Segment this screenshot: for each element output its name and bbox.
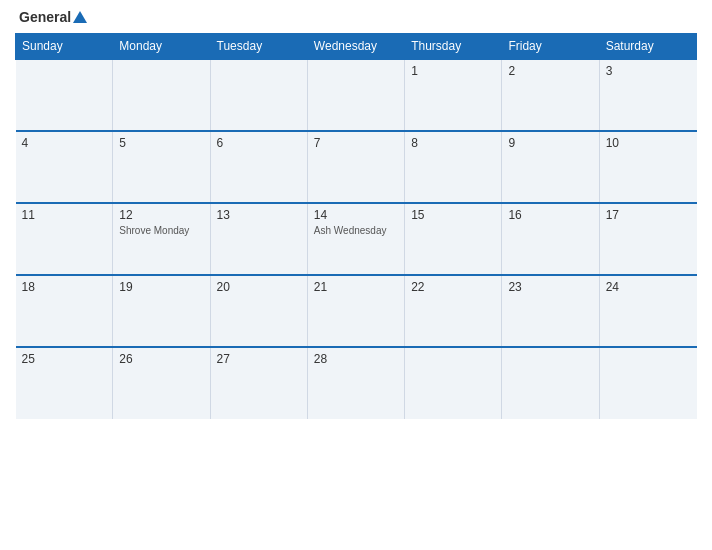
event-label: Shrove Monday (119, 224, 203, 237)
day-number: 14 (314, 208, 398, 222)
calendar-cell (405, 347, 502, 419)
calendar-table: Sunday Monday Tuesday Wednesday Thursday… (15, 33, 697, 419)
calendar-cell: 28 (307, 347, 404, 419)
day-number: 24 (606, 280, 691, 294)
day-number: 19 (119, 280, 203, 294)
calendar-cell: 24 (599, 275, 696, 347)
calendar-week-row: 25262728 (16, 347, 697, 419)
logo: General (19, 10, 87, 25)
calendar-cell: 8 (405, 131, 502, 203)
calendar-week-row: 18192021222324 (16, 275, 697, 347)
calendar-cell: 17 (599, 203, 696, 275)
calendar-cell: 4 (16, 131, 113, 203)
day-number: 3 (606, 64, 691, 78)
day-number: 15 (411, 208, 495, 222)
calendar-header: General (15, 10, 697, 25)
calendar-cell: 18 (16, 275, 113, 347)
calendar-cell: 20 (210, 275, 307, 347)
calendar-cell: 11 (16, 203, 113, 275)
calendar-cell: 26 (113, 347, 210, 419)
day-number: 27 (217, 352, 301, 366)
header-wednesday: Wednesday (307, 34, 404, 60)
calendar-cell: 12Shrove Monday (113, 203, 210, 275)
calendar-cell: 9 (502, 131, 599, 203)
calendar-cell: 13 (210, 203, 307, 275)
calendar-cell: 3 (599, 59, 696, 131)
header-tuesday: Tuesday (210, 34, 307, 60)
header-sunday: Sunday (16, 34, 113, 60)
calendar-cell (210, 59, 307, 131)
day-number: 13 (217, 208, 301, 222)
calendar-cell: 22 (405, 275, 502, 347)
logo-general-text: General (19, 10, 87, 25)
calendar-cell: 5 (113, 131, 210, 203)
calendar-container: General Sunday Monday Tuesday Wednesday … (0, 0, 712, 550)
day-number: 4 (22, 136, 107, 150)
calendar-cell (599, 347, 696, 419)
calendar-cell: 7 (307, 131, 404, 203)
calendar-week-row: 1112Shrove Monday1314Ash Wednesday151617 (16, 203, 697, 275)
day-number: 25 (22, 352, 107, 366)
day-number: 2 (508, 64, 592, 78)
day-number: 10 (606, 136, 691, 150)
calendar-cell: 1 (405, 59, 502, 131)
day-number: 16 (508, 208, 592, 222)
calendar-cell: 25 (16, 347, 113, 419)
day-number: 18 (22, 280, 107, 294)
calendar-cell (113, 59, 210, 131)
logo-triangle-icon (73, 11, 87, 23)
header-saturday: Saturday (599, 34, 696, 60)
day-number: 5 (119, 136, 203, 150)
calendar-cell: 2 (502, 59, 599, 131)
day-number: 26 (119, 352, 203, 366)
day-number: 1 (411, 64, 495, 78)
calendar-cell (16, 59, 113, 131)
calendar-cell: 19 (113, 275, 210, 347)
day-number: 22 (411, 280, 495, 294)
day-number: 17 (606, 208, 691, 222)
calendar-cell: 27 (210, 347, 307, 419)
day-number: 7 (314, 136, 398, 150)
header-monday: Monday (113, 34, 210, 60)
weekday-header-row: Sunday Monday Tuesday Wednesday Thursday… (16, 34, 697, 60)
header-thursday: Thursday (405, 34, 502, 60)
day-number: 21 (314, 280, 398, 294)
day-number: 11 (22, 208, 107, 222)
day-number: 23 (508, 280, 592, 294)
calendar-cell: 14Ash Wednesday (307, 203, 404, 275)
calendar-cell: 15 (405, 203, 502, 275)
calendar-cell (307, 59, 404, 131)
day-number: 9 (508, 136, 592, 150)
day-number: 6 (217, 136, 301, 150)
calendar-cell (502, 347, 599, 419)
calendar-cell: 21 (307, 275, 404, 347)
calendar-cell: 16 (502, 203, 599, 275)
day-number: 20 (217, 280, 301, 294)
calendar-cell: 6 (210, 131, 307, 203)
calendar-week-row: 45678910 (16, 131, 697, 203)
day-number: 12 (119, 208, 203, 222)
calendar-week-row: 123 (16, 59, 697, 131)
event-label: Ash Wednesday (314, 224, 398, 237)
day-number: 8 (411, 136, 495, 150)
day-number: 28 (314, 352, 398, 366)
calendar-cell: 23 (502, 275, 599, 347)
calendar-cell: 10 (599, 131, 696, 203)
header-friday: Friday (502, 34, 599, 60)
